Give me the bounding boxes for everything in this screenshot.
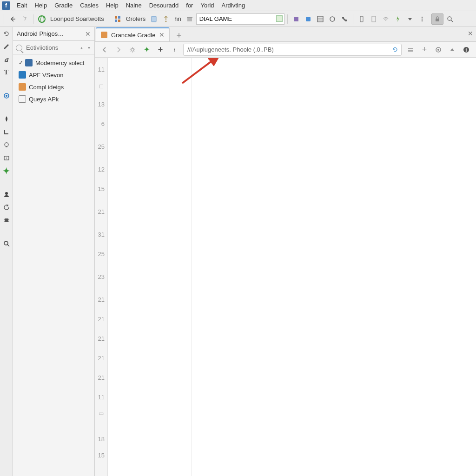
layout-icon[interactable]: [315, 13, 326, 25]
svg-rect-16: [372, 16, 376, 22]
line-number: 18: [95, 429, 107, 449]
chevron-up-icon[interactable]: ▴: [79, 45, 84, 50]
rail-pin-icon[interactable]: [2, 114, 11, 124]
svg-line-22: [451, 20, 453, 22]
close-all-icon[interactable]: ✕: [468, 30, 473, 37]
panel-tab-title: Android Phigos…: [17, 30, 64, 37]
search-icon[interactable]: [444, 13, 456, 25]
svg-rect-2: [118, 16, 120, 19]
svg-rect-38: [408, 48, 413, 49]
circle-icon[interactable]: [327, 13, 338, 25]
tree-node[interactable]: ✓ Modemercy solect: [13, 57, 94, 69]
svg-rect-3: [115, 20, 117, 22]
tool-icon-2[interactable]: [303, 13, 314, 25]
rail-rect-icon[interactable]: [2, 153, 11, 163]
rail-target-icon[interactable]: [2, 91, 11, 100]
panel-tab[interactable]: Android Phigos… ✕: [13, 27, 94, 41]
gear-icon[interactable]: [127, 45, 138, 55]
svg-text:i: i: [466, 47, 467, 53]
search-input[interactable]: [196, 13, 284, 25]
svg-rect-4: [118, 20, 120, 22]
svg-rect-30: [5, 218, 8, 222]
editor-tab[interactable]: Grancale Gradle ✕: [96, 27, 170, 41]
record-icon[interactable]: [433, 45, 443, 55]
rail-refresh-icon[interactable]: [2, 29, 11, 38]
phone-icon[interactable]: [339, 13, 350, 25]
menu-item[interactable]: Naine: [122, 1, 145, 10]
rail-alpha-icon[interactable]: 𝑎: [2, 55, 11, 64]
path-text: ///Auplugeneets. Phoole (.0..PB): [187, 46, 274, 53]
rail-chip-icon[interactable]: [2, 216, 11, 225]
dropdown-label[interactable]: Grolers: [124, 15, 148, 22]
menu-item[interactable]: Yorld: [197, 1, 218, 10]
panel-search-input[interactable]: [25, 44, 76, 52]
line-number: 25: [95, 244, 107, 264]
svg-rect-39: [408, 50, 413, 52]
archive-icon[interactable]: [184, 13, 195, 25]
menu-item[interactable]: Casles: [76, 1, 102, 10]
info-icon[interactable]: i: [461, 45, 471, 55]
plus-icon[interactable]: +: [419, 45, 430, 55]
close-icon[interactable]: ✕: [85, 30, 91, 38]
tool-icon-1[interactable]: [291, 13, 302, 25]
menu-item[interactable]: Gradle: [51, 1, 76, 10]
page-icon[interactable]: [148, 13, 159, 25]
grid-icon[interactable]: [112, 13, 123, 25]
search-caret-icon[interactable]: [276, 15, 283, 22]
stack-icon[interactable]: [405, 45, 416, 55]
add-icon[interactable]: +: [155, 45, 165, 55]
line-number: 13: [95, 94, 107, 114]
rail-plus-icon[interactable]: ✦: [2, 166, 11, 176]
action-icon[interactable]: [392, 13, 403, 25]
sync-icon[interactable]: [36, 13, 47, 25]
tree-node[interactable]: Queys APk: [13, 93, 94, 105]
editor-content[interactable]: [108, 58, 476, 476]
rail-corner-icon[interactable]: [2, 127, 11, 137]
rail-reload-icon[interactable]: [2, 203, 11, 212]
module-icon: [25, 59, 33, 66]
close-icon[interactable]: ✕: [159, 31, 165, 39]
rail-user-icon[interactable]: [2, 190, 11, 199]
chevron-down-icon[interactable]: ▾: [86, 45, 92, 50]
doc-icon[interactable]: [368, 13, 379, 25]
hn-label: hn: [172, 15, 183, 22]
rail-edit-icon[interactable]: [2, 42, 11, 51]
menu-item[interactable]: Eait: [13, 1, 31, 10]
line-number: [95, 420, 107, 429]
menu-item[interactable]: Help: [31, 1, 51, 10]
menu-item[interactable]: Help: [102, 1, 122, 10]
rail-text-icon[interactable]: T: [2, 68, 11, 77]
svg-rect-7: [187, 18, 192, 21]
menu-item[interactable]: for: [182, 1, 197, 10]
back-button[interactable]: [7, 13, 18, 25]
tree-node[interactable]: Compl ideigs: [13, 81, 94, 93]
info-i-icon[interactable]: i: [169, 45, 179, 55]
menu-item[interactable]: Ardivting: [218, 1, 249, 10]
puzzle-icon[interactable]: ✦: [141, 45, 152, 55]
tree-node[interactable]: APF VSevon: [13, 69, 94, 81]
bookmark-icon[interactable]: ◻: [95, 78, 107, 94]
rail-find-icon[interactable]: [2, 239, 11, 248]
svg-rect-10: [306, 17, 311, 21]
run-icon[interactable]: [160, 13, 172, 25]
more-icon[interactable]: [416, 13, 428, 25]
editor-path-input[interactable]: ///Auplugeneets. Phoole (.0..PB): [183, 44, 402, 56]
nav-forward-button[interactable]: [113, 45, 124, 55]
line-number: 21: [95, 348, 107, 368]
margin-rule: [192, 58, 192, 476]
refresh-icon[interactable]: [392, 46, 399, 53]
lock-icon[interactable]: [431, 13, 443, 25]
svg-point-35: [4, 241, 8, 245]
forward-button[interactable]: [19, 13, 30, 25]
device-icon[interactable]: [356, 13, 367, 25]
editor-tabs: Grancale Gradle ✕ ＋ ✕: [95, 27, 476, 42]
dropdown-icon[interactable]: [404, 13, 416, 25]
up-icon[interactable]: [447, 45, 457, 55]
rail-bulb-icon[interactable]: [2, 140, 11, 150]
tree-node-label: Modemercy solect: [35, 60, 84, 66]
wifi-icon[interactable]: [380, 13, 391, 25]
nav-back-button[interactable]: [99, 45, 110, 55]
menu-item[interactable]: Desouradd: [145, 1, 183, 10]
new-tab-button[interactable]: ＋: [172, 28, 185, 41]
svg-line-36: [7, 245, 9, 246]
